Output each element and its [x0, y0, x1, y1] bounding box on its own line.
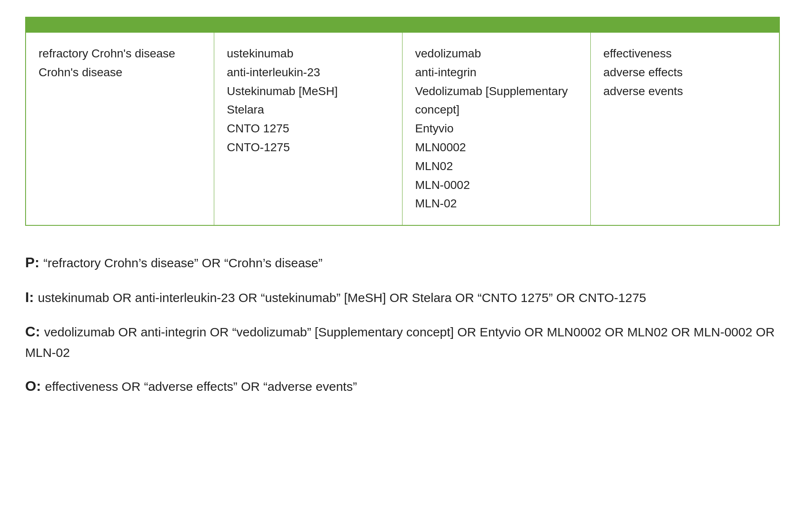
pico-queries: P: “refractory Crohn’s disease” OR “Croh…: [25, 251, 780, 398]
table-term: adverse effects: [603, 63, 766, 82]
table-body: refractory Crohn's diseaseCrohn's diseas…: [26, 33, 779, 225]
pico-query-line: C: vedolizumab OR anti-integrin OR “vedo…: [25, 320, 780, 363]
table-term: Crohn's disease: [39, 63, 201, 82]
table-term: refractory Crohn's disease: [39, 44, 201, 63]
column-p: refractory Crohn's diseaseCrohn's diseas…: [26, 33, 214, 225]
table-term: anti-integrin: [415, 63, 578, 82]
pico-table: refractory Crohn's diseaseCrohn's diseas…: [25, 17, 780, 226]
pico-label: I:: [25, 289, 38, 305]
table-term: CNTO-1275: [227, 138, 390, 157]
table-term: Ustekinumab [MeSH]: [227, 82, 390, 101]
header-o: [591, 18, 779, 33]
table-term: MLN0002: [415, 138, 578, 157]
table-term: adverse events: [603, 82, 766, 101]
column-c: vedolizumabanti-integrinVedolizumab [Sup…: [402, 33, 591, 225]
table-term: MLN-02: [415, 194, 578, 213]
header-p: [26, 18, 214, 33]
table-term: Entyvio: [415, 119, 578, 138]
table-term: Stelara: [227, 101, 390, 119]
table-term: anti-interleukin-23: [227, 63, 390, 82]
pico-label: C:: [25, 323, 44, 339]
table-header: [26, 18, 779, 33]
pico-query-line: O: effectiveness OR “adverse effects” OR…: [25, 374, 780, 397]
table-term: vedolizumab: [415, 44, 578, 63]
table-term: effectiveness: [603, 44, 766, 63]
header-c: [402, 18, 591, 33]
table-term: MLN-0002: [415, 176, 578, 195]
pico-label: P:: [25, 254, 43, 270]
pico-label: O:: [25, 378, 45, 394]
column-i: ustekinumabanti-interleukin-23Ustekinuma…: [214, 33, 402, 225]
table-term: ustekinumab: [227, 44, 390, 63]
table-term: CNTO 1275: [227, 119, 390, 138]
column-o: effectivenessadverse effectsadverse even…: [591, 33, 779, 225]
header-i: [214, 18, 402, 33]
table-term: Vedolizumab [Supplementary concept]: [415, 82, 578, 120]
pico-query-line: P: “refractory Crohn’s disease” OR “Croh…: [25, 251, 780, 274]
table-term: MLN02: [415, 157, 578, 176]
pico-query-line: I: ustekinumab OR anti-interleukin-23 OR…: [25, 286, 780, 308]
